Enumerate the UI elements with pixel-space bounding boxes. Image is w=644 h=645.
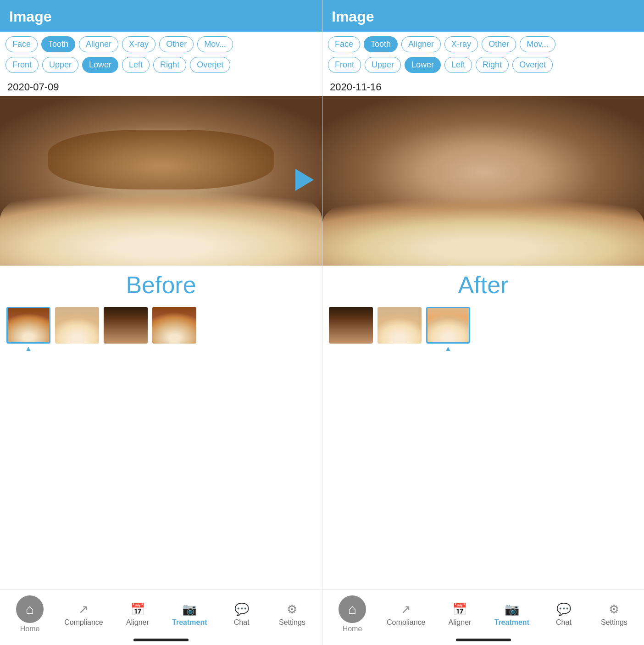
- right-thumb-ind-3: ▲: [426, 345, 470, 353]
- right-nav-chat[interactable]: 💬 Chat: [548, 602, 580, 627]
- left-compliance-icon: ↗: [78, 602, 89, 617]
- right-nav-compliance[interactable]: ↗ Compliance: [387, 602, 425, 627]
- left-header-title: Image: [9, 8, 51, 25]
- right-filter-front[interactable]: Front: [328, 57, 361, 73]
- left-thumb-ind-3: ▲: [104, 345, 148, 353]
- left-chat-icon: 💬: [234, 602, 249, 617]
- right-nav-treatment[interactable]: 📷 Treatment: [494, 602, 529, 627]
- right-home-icon: ⌂: [348, 601, 356, 617]
- left-filter-face[interactable]: Face: [6, 36, 38, 52]
- left-aligner-icon: 📅: [130, 602, 145, 617]
- left-date: 2020-07-09: [0, 78, 322, 96]
- left-thumb-ind-2: ▲: [55, 345, 99, 353]
- left-home-icon: ⌂: [26, 601, 34, 617]
- right-thumb-2[interactable]: [378, 307, 422, 344]
- left-nav-compliance[interactable]: ↗ Compliance: [64, 602, 103, 627]
- right-settings-icon: ⚙: [609, 602, 619, 617]
- right-dental-image: [322, 96, 644, 266]
- right-settings-label: Settings: [601, 618, 627, 627]
- left-nav-aligner[interactable]: 📅 Aligner: [122, 602, 154, 627]
- left-thumb-3[interactable]: [104, 307, 148, 344]
- right-filter-mov[interactable]: Mov...: [520, 36, 555, 52]
- right-nav-settings[interactable]: ⚙ Settings: [598, 602, 630, 627]
- right-filter-row2: Front Upper Lower Left Right Overjet: [322, 55, 644, 78]
- right-nav-aligner[interactable]: 📅 Aligner: [444, 602, 476, 627]
- left-filter-tooth[interactable]: Tooth: [41, 36, 75, 52]
- right-header: Image: [322, 0, 644, 32]
- left-filter-upper[interactable]: Upper: [42, 57, 78, 73]
- right-filter-lower[interactable]: Lower: [405, 57, 441, 73]
- right-thumb-3[interactable]: [426, 307, 470, 344]
- right-filter-tooth[interactable]: Tooth: [364, 36, 398, 52]
- svg-marker-0: [295, 169, 314, 191]
- left-thumb-indicators: ▲ ▲ ▲ ▲: [4, 344, 318, 356]
- left-filter-row2: Front Upper Lower Left Right Overjet: [0, 55, 322, 78]
- left-header: Image: [0, 0, 322, 32]
- left-filter-front[interactable]: Front: [6, 57, 39, 73]
- left-thumb-ind-4: ▲: [152, 345, 196, 353]
- right-filter-xray[interactable]: X-ray: [444, 36, 478, 52]
- right-aligner-icon: 📅: [452, 602, 467, 617]
- left-filter-right[interactable]: Right: [153, 57, 186, 73]
- right-compliance-icon: ↗: [401, 602, 411, 617]
- left-thumb-1[interactable]: [6, 307, 50, 344]
- right-phone-panel: Image Face Tooth Aligner X-ray Other Mov…: [322, 0, 644, 645]
- left-treatment-icon: 📷: [182, 602, 197, 617]
- right-filter-overjet[interactable]: Overjet: [512, 57, 553, 73]
- left-filter-other[interactable]: Other: [159, 36, 194, 52]
- left-filter-lower[interactable]: Lower: [82, 57, 118, 73]
- left-settings-label: Settings: [279, 618, 305, 627]
- right-main-image[interactable]: [322, 96, 644, 266]
- right-home-label: Home: [343, 625, 362, 633]
- left-nav-home[interactable]: ⌂ Home: [14, 595, 46, 633]
- left-thumb-4[interactable]: [152, 307, 196, 344]
- left-filter-mov[interactable]: Mov...: [197, 36, 233, 52]
- right-thumb-section: ▲ ▲ ▲: [322, 303, 644, 356]
- right-filter-other[interactable]: Other: [482, 36, 516, 52]
- left-nav-treatment[interactable]: 📷 Treatment: [172, 602, 207, 627]
- right-filter-left[interactable]: Left: [444, 57, 472, 73]
- right-compliance-label: Compliance: [387, 618, 425, 627]
- right-home-icon-wrap: ⌂: [339, 595, 366, 623]
- right-thumb-row: [326, 303, 640, 344]
- left-compliance-label: Compliance: [64, 618, 103, 627]
- left-thumb-row: [4, 303, 318, 344]
- left-filter-xray[interactable]: X-ray: [122, 36, 155, 52]
- left-thumb-section: ▲ ▲ ▲ ▲: [0, 303, 322, 356]
- left-home-label: Home: [20, 625, 40, 633]
- left-dental-image: [0, 96, 322, 266]
- left-aligner-label: Aligner: [126, 618, 149, 627]
- right-filter-row1: Face Tooth Aligner X-ray Other Mov...: [322, 32, 644, 55]
- left-filter-row1: Face Tooth Aligner X-ray Other Mov...: [0, 32, 322, 55]
- left-main-image[interactable]: [0, 96, 322, 266]
- left-chat-label: Chat: [234, 618, 250, 627]
- left-treatment-label: Treatment: [172, 618, 207, 627]
- comparison-arrow: [295, 167, 322, 195]
- right-thumb-ind-1: ▲: [329, 345, 373, 353]
- left-phone-panel: Image Face Tooth Aligner X-ray Other Mov…: [0, 0, 322, 645]
- right-header-title: Image: [332, 8, 374, 25]
- left-nav-chat[interactable]: 💬 Chat: [226, 602, 258, 627]
- right-bottom-nav: ⌂ Home ↗ Compliance 📅 Aligner 📷 Treatmen…: [322, 589, 644, 637]
- right-after-label: After: [322, 266, 644, 303]
- right-nav-home[interactable]: ⌂ Home: [336, 595, 368, 633]
- right-chat-icon: 💬: [556, 602, 571, 617]
- right-thumb-ind-2: ▲: [378, 345, 422, 353]
- right-filter-face[interactable]: Face: [328, 36, 360, 52]
- right-filter-aligner[interactable]: Aligner: [401, 36, 441, 52]
- right-bottom-bar: [456, 639, 511, 641]
- left-nav-settings[interactable]: ⚙ Settings: [276, 602, 308, 627]
- right-filter-upper[interactable]: Upper: [365, 57, 401, 73]
- left-filter-aligner[interactable]: Aligner: [79, 36, 118, 52]
- right-aligner-label: Aligner: [449, 618, 472, 627]
- right-spacer: [322, 356, 644, 589]
- right-thumb-1[interactable]: [329, 307, 373, 344]
- right-filter-right[interactable]: Right: [476, 57, 509, 73]
- left-home-icon-wrap: ⌂: [16, 595, 44, 623]
- right-treatment-label: Treatment: [494, 618, 529, 627]
- left-bottom-nav: ⌂ Home ↗ Compliance 📅 Aligner 📷 Treatmen…: [0, 589, 322, 637]
- left-thumb-2[interactable]: [55, 307, 99, 344]
- left-filter-left[interactable]: Left: [122, 57, 150, 73]
- left-bottom-bar: [133, 639, 189, 641]
- left-filter-overjet[interactable]: Overjet: [190, 57, 230, 73]
